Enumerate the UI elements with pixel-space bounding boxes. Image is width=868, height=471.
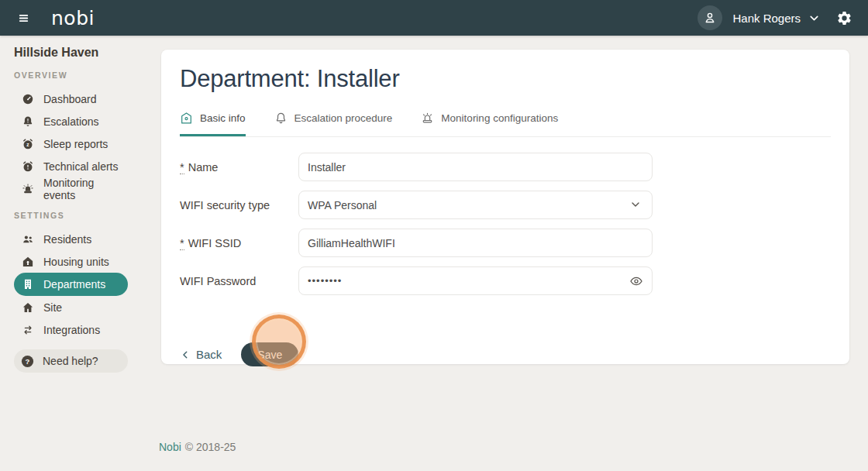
sidebar-item-dashboard[interactable]: Dashboard: [14, 88, 128, 110]
sidebar-item-label: Integrations: [43, 324, 100, 336]
form-row-security-type: WIFI security type WPA Personal: [180, 191, 831, 219]
tab-monitoring-configurations[interactable]: Monitoring configurations: [421, 112, 558, 136]
tab-escalation-procedure[interactable]: Escalation procedure: [274, 112, 393, 136]
gauge-icon: [22, 93, 34, 105]
sidebar-item-label: Residents: [43, 233, 91, 246]
settings-gear-button[interactable]: [836, 10, 852, 26]
tab-basic-info[interactable]: Basic info: [180, 112, 246, 136]
site-name: Hillside Haven: [14, 46, 147, 60]
sidebar-item-label: Sleep reports: [43, 138, 108, 150]
required-marker: *: [180, 237, 184, 250]
menu-icon: [16, 11, 31, 26]
sidebar-item-escalations[interactable]: Escalations: [14, 110, 128, 132]
name-label: *Name: [180, 161, 298, 174]
form-actions: Back Save: [180, 342, 831, 366]
user-name: Hank Rogers: [732, 12, 801, 25]
sidebar-item-monitoring-events[interactable]: Monitoring events: [14, 177, 128, 200]
tab-label: Monitoring configurations: [441, 112, 558, 124]
show-password-button[interactable]: [629, 274, 643, 288]
sidebar-item-label: Site: [43, 301, 62, 314]
department-card: Department: Installer Basic info Escalat…: [161, 50, 849, 364]
home-badge-icon: [180, 112, 193, 125]
eye-icon: [629, 274, 643, 288]
avatar: [698, 5, 722, 30]
sidebar-item-label: Escalations: [43, 115, 99, 128]
form-row-name: *Name: [180, 153, 831, 181]
section-title-settings: SETTINGS: [14, 211, 147, 220]
save-button[interactable]: Save: [241, 342, 298, 366]
basic-info-form: *Name WIFI security type WPA Personal *W…: [180, 153, 831, 295]
topbar: nobi Hank Rogers: [0, 0, 868, 36]
ssid-field[interactable]: [299, 229, 652, 256]
security-type-value: WPA Personal: [299, 199, 377, 211]
sidebar-item-residents[interactable]: Residents: [14, 228, 128, 250]
gear-icon: [836, 10, 852, 26]
need-help-label: Need help?: [43, 355, 98, 367]
sidebar-item-integrations[interactable]: Integrations: [14, 318, 128, 341]
name-field[interactable]: [299, 153, 652, 180]
password-field[interactable]: [299, 267, 652, 294]
sidebar-item-label: Dashboard: [43, 93, 97, 105]
sidebar-item-site[interactable]: Site: [14, 296, 128, 318]
page-title: Department: Installer: [180, 65, 831, 93]
back-label: Back: [196, 348, 222, 361]
sidebar-item-sleep-reports[interactable]: z Sleep reports: [14, 132, 128, 155]
help-icon: ?: [20, 354, 35, 369]
password-field-wrap: [298, 266, 653, 295]
security-type-label: WIFI security type: [180, 199, 298, 211]
sidebar-item-label: Technical alerts: [43, 160, 119, 173]
sidebar-item-label: Departments: [43, 278, 105, 291]
building-icon: [22, 278, 34, 291]
chevron-down-icon: [629, 198, 643, 212]
tab-bar: Basic info Escalation procedure Monitori…: [180, 112, 831, 137]
bell-alert-icon: [22, 115, 34, 128]
password-label: WIFI Password: [180, 275, 298, 287]
alarm-sleep-icon: z: [22, 138, 34, 150]
required-marker: *: [180, 161, 184, 174]
section-title-overview: OVERVIEW: [14, 70, 147, 80]
people-icon: [22, 233, 34, 246]
footer: Nobi © 2018-25: [159, 441, 236, 453]
sidebar-item-technical-alerts[interactable]: Technical alerts: [14, 155, 128, 177]
form-row-password: WIFI Password: [180, 266, 831, 295]
ssid-label: *WIFI SSID: [180, 237, 298, 249]
sidebar: Hillside Haven OVERVIEW Dashboard Escala…: [0, 36, 147, 373]
swap-arrows-icon: [22, 324, 34, 336]
app-screen: nobi Hank Rogers Hillside H: [0, 0, 868, 471]
footer-copyright: © 2018-25: [185, 441, 236, 453]
user-icon: [702, 10, 718, 26]
sidebar-item-housing-units[interactable]: Housing units: [14, 250, 128, 273]
tab-label: Escalation procedure: [294, 112, 393, 124]
tab-label: Basic info: [200, 112, 246, 124]
siren-icon: [22, 183, 34, 195]
chevron-left-icon: [180, 349, 191, 360]
svg-text:?: ?: [26, 356, 30, 365]
sidebar-item-departments[interactable]: Departments: [14, 273, 128, 296]
siren-outline-icon: [421, 112, 434, 125]
form-row-ssid: *WIFI SSID: [180, 229, 831, 257]
back-button[interactable]: Back: [180, 348, 222, 361]
menu-button[interactable]: [12, 7, 34, 29]
ssid-field-wrap: [298, 229, 653, 257]
home-icon: [22, 301, 34, 314]
chevron-down-icon: [808, 12, 821, 25]
need-help-button[interactable]: ? Need help?: [14, 349, 128, 373]
user-menu[interactable]: Hank Rogers: [698, 5, 821, 30]
footer-brand-link[interactable]: Nobi: [159, 441, 181, 453]
house-lock-icon: [22, 256, 34, 268]
nobi-logo: nobi: [51, 7, 95, 29]
security-type-select[interactable]: WPA Personal: [298, 191, 653, 219]
alarm-alert-icon: [22, 160, 34, 173]
sidebar-item-label: Monitoring events: [43, 177, 120, 201]
bell-outline-icon: [274, 112, 288, 125]
sidebar-item-label: Housing units: [43, 256, 109, 268]
name-field-wrap: [298, 153, 653, 181]
